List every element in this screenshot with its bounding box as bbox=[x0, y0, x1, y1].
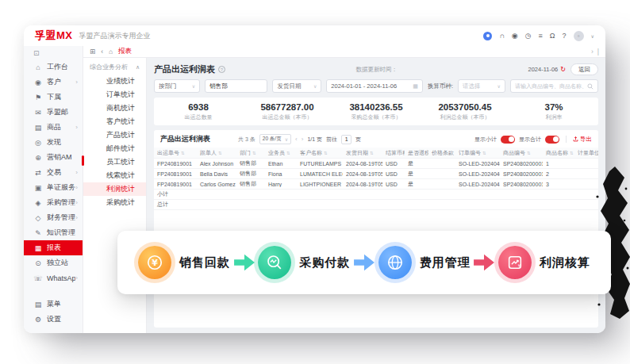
column-header[interactable]: 商品名称⇅ bbox=[543, 149, 574, 157]
column-header[interactable]: 价格条款⇅ bbox=[428, 149, 455, 157]
back-button[interactable]: 返回 bbox=[570, 63, 598, 75]
report-icon: ▦ bbox=[33, 244, 43, 252]
table-title: 产品出运利润表 bbox=[160, 134, 210, 144]
sidebar-item-knowledge[interactable]: ✎知识管理 bbox=[24, 225, 83, 240]
sidebar-item-customer[interactable]: ◉客户› bbox=[24, 75, 83, 90]
submenu-item-procurement[interactable]: 采购统计 bbox=[83, 196, 146, 209]
sidebar-drag-handle[interactable] bbox=[82, 155, 84, 166]
column-header[interactable]: 客户名称⇅ bbox=[297, 149, 343, 157]
sidebar-collapse-icon[interactable]: ⊡ bbox=[24, 48, 83, 59]
sidebar-item-products[interactable]: ▤商品› bbox=[24, 120, 83, 135]
export-button[interactable]: 导出 bbox=[573, 136, 592, 144]
table-cell: SP24080200001 bbox=[500, 171, 543, 177]
sidebar-item-trade[interactable]: ⇄交易› bbox=[24, 165, 83, 180]
sidebar-item-doc-service[interactable]: ▣单证服务› bbox=[24, 180, 83, 195]
sort-icon[interactable]: ⇅ bbox=[218, 151, 222, 155]
workflow-step-profit-accounting: ¥ 利润核算 bbox=[498, 246, 590, 279]
sidebar-item-independent-site[interactable]: ⊙独立站 bbox=[24, 255, 83, 270]
page-size-select[interactable]: 20 条/页∨ bbox=[259, 134, 291, 144]
department-select[interactable]: 按部门 ∨ bbox=[154, 79, 200, 93]
tab-reports[interactable]: 报表 bbox=[118, 47, 132, 56]
sidebar-item-label: 报表 bbox=[47, 243, 78, 253]
sort-icon[interactable]: ⇅ bbox=[527, 151, 531, 155]
tab-scroll-right-icon[interactable]: › bbox=[591, 48, 594, 56]
column-header[interactable]: 跟单人⇅ bbox=[197, 149, 236, 157]
search-input[interactable] bbox=[515, 83, 587, 89]
record-icon[interactable]: ◉ bbox=[512, 33, 518, 40]
workflow-step-purchase-payment: 采购付款 bbox=[258, 246, 350, 279]
department-value-field[interactable] bbox=[205, 79, 267, 93]
show-subtotal-toggle[interactable] bbox=[501, 136, 515, 144]
user-avatar[interactable]: ◦ bbox=[574, 31, 584, 41]
column-header[interactable]: 发货日期⇅ bbox=[343, 149, 382, 157]
page-indicator: 1/1 页 bbox=[307, 136, 322, 144]
date-range-picker[interactable]: 2024-01-01 - 2024-11-06 ▦ bbox=[326, 79, 423, 93]
help-icon[interactable]: ? bbox=[563, 33, 567, 40]
sort-icon[interactable]: ⇅ bbox=[370, 151, 374, 155]
column-header[interactable]: 订单编号⇅ bbox=[455, 149, 500, 157]
sort-icon[interactable]: ⇅ bbox=[181, 151, 185, 155]
help-circle-icon[interactable]: ? bbox=[218, 66, 225, 73]
theme-toggle-icon[interactable] bbox=[483, 32, 492, 40]
sidebar-item-procurement[interactable]: ◈采购管理› bbox=[24, 195, 83, 210]
sidebar-item-reports[interactable]: ▦报表 bbox=[24, 240, 83, 255]
sidebar-item-settings[interactable]: ⚙设置 bbox=[24, 312, 83, 327]
data-updated-value: 2024-11-06 bbox=[528, 66, 558, 73]
chevron-right-icon: › bbox=[75, 199, 78, 206]
show-total-toggle[interactable] bbox=[545, 136, 559, 144]
clock-icon[interactable]: ◷ bbox=[525, 33, 532, 40]
submenu-item-opportunities[interactable]: 商机统计 bbox=[83, 102, 146, 115]
submenu-item-performance[interactable]: 业绩统计 bbox=[83, 75, 146, 88]
date-type-select[interactable]: 发货日期 ∨ bbox=[272, 79, 321, 93]
chevron-down-icon[interactable]: ∨ bbox=[591, 33, 594, 39]
grid-view-icon[interactable]: ⊞ bbox=[90, 48, 95, 56]
table-row[interactable]: FP240819001Carlos Gomez销售部HarryLIGHTPION… bbox=[154, 179, 598, 190]
submenu-item-customers[interactable]: 客户统计 bbox=[83, 115, 146, 128]
headset-icon[interactable]: ∩ bbox=[499, 33, 504, 40]
sidebar-item-finance[interactable]: ◇财务管理› bbox=[24, 210, 83, 225]
column-header[interactable]: 商品编号⇅ bbox=[500, 149, 543, 157]
sidebar-item-marketing-am[interactable]: ⊕营销AM bbox=[24, 150, 83, 165]
sort-icon[interactable]: ⇅ bbox=[570, 151, 574, 155]
column-header[interactable]: 计量单位⇅ bbox=[574, 149, 598, 157]
column-header[interactable]: 出运单号⇅ bbox=[154, 149, 197, 157]
column-header[interactable]: 结算币种⇅ bbox=[382, 149, 405, 157]
submenu-group[interactable]: 综合业务分析 ∧ bbox=[83, 63, 146, 75]
currency-select[interactable]: 请选择 ∨ bbox=[458, 79, 505, 93]
column-header[interactable]: 业务员⇅ bbox=[265, 149, 297, 157]
list-filter-icon[interactable]: ≡ bbox=[539, 33, 543, 40]
submenu-item-products[interactable]: 产品统计 bbox=[83, 128, 146, 142]
department-input[interactable] bbox=[209, 82, 263, 90]
table-row[interactable]: FP240819001Alex Johnson销售部EthanFUTURELAM… bbox=[154, 159, 598, 169]
table-cell: SP24080200001 bbox=[500, 161, 543, 167]
sidebar-item-discover[interactable]: ◎发现 bbox=[24, 135, 83, 150]
next-page-button[interactable]: › bbox=[302, 136, 304, 143]
bell-icon[interactable]: Ω bbox=[550, 33, 555, 40]
sort-icon[interactable]: ⇅ bbox=[324, 151, 328, 155]
sort-icon[interactable]: ⇅ bbox=[482, 151, 486, 155]
goto-page-input[interactable] bbox=[341, 135, 351, 144]
sidebar-item-workbench[interactable]: ⌂工作台 bbox=[24, 59, 83, 75]
table-row[interactable]: FP240819001Bella Davis销售部FionaLUMATECH E… bbox=[154, 169, 598, 179]
sidebar-item-subordinates[interactable]: ⚑下属 bbox=[24, 90, 83, 105]
home-tab-icon[interactable]: ⌂ bbox=[109, 48, 113, 56]
submenu-item-employees[interactable]: 员工统计 bbox=[83, 155, 146, 169]
data-updated-label: 数据更新时间： bbox=[355, 66, 398, 74]
sidebar-item-whatsapp[interactable]: ☏WhatsAp...› bbox=[24, 270, 83, 285]
submenu-item-profit[interactable]: 利润统计 bbox=[83, 182, 146, 196]
sort-icon[interactable]: ⇅ bbox=[286, 151, 290, 155]
sidebar-item-fumeng-mail[interactable]: ✉孚盟邮 bbox=[24, 105, 83, 120]
submenu-item-orders[interactable]: 订单统计 bbox=[83, 88, 146, 102]
submenu-item-leads[interactable]: 线索统计 bbox=[83, 169, 146, 182]
submenu-item-mail[interactable]: 邮件统计 bbox=[83, 142, 146, 155]
chevron-right-icon: › bbox=[75, 184, 78, 191]
prev-page-button[interactable]: ‹ bbox=[295, 136, 298, 143]
sort-icon[interactable]: ⇅ bbox=[252, 151, 256, 155]
flow-arrow-red-icon bbox=[472, 253, 496, 272]
search-field[interactable] bbox=[510, 79, 598, 93]
column-header[interactable]: 是否退税⇅ bbox=[405, 149, 428, 157]
back-arrow-icon[interactable]: ‹ bbox=[101, 48, 103, 56]
refresh-icon[interactable]: ↻ bbox=[560, 66, 566, 73]
column-header[interactable]: 部门⇅ bbox=[236, 149, 265, 157]
sidebar-item-menu[interactable]: ▤菜单 bbox=[24, 297, 83, 312]
